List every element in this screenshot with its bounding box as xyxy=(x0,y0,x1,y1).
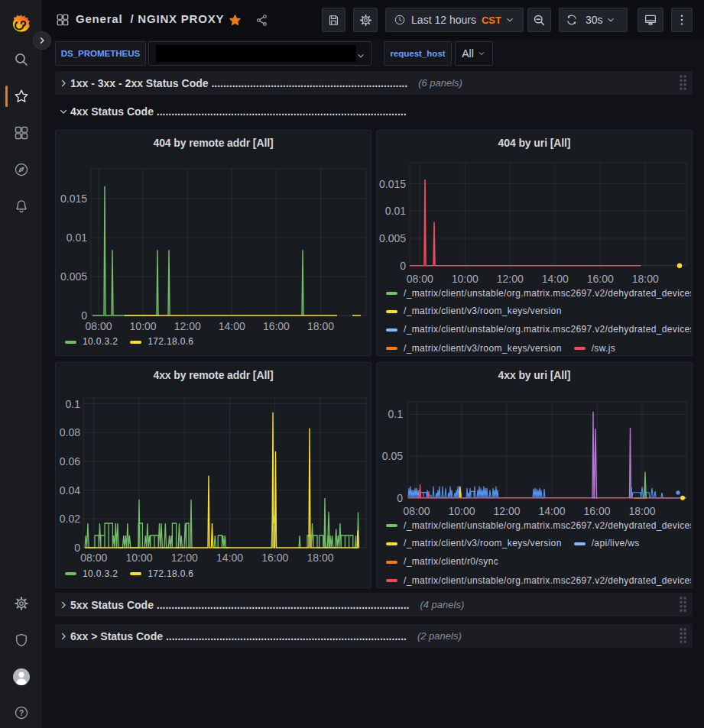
svg-text:18:00: 18:00 xyxy=(307,552,333,564)
svg-text:0.06: 0.06 xyxy=(60,455,80,468)
svg-text:18:00: 18:00 xyxy=(628,505,655,517)
svg-text:10:00: 10:00 xyxy=(130,320,157,332)
svg-text:18:00: 18:00 xyxy=(307,320,334,332)
svg-text:0.05: 0.05 xyxy=(382,450,403,462)
svg-text:16:00: 16:00 xyxy=(263,320,290,332)
svg-text:10:00: 10:00 xyxy=(448,505,475,517)
svg-text:16:00: 16:00 xyxy=(261,552,288,564)
svg-text:0.005: 0.005 xyxy=(60,270,87,283)
svg-text:0.1: 0.1 xyxy=(66,398,81,410)
svg-text:12:00: 12:00 xyxy=(171,552,198,564)
svg-text:0.005: 0.005 xyxy=(379,232,406,244)
svg-text:0.015: 0.015 xyxy=(60,193,87,205)
svg-text:0.02: 0.02 xyxy=(60,513,80,525)
svg-text:14:00: 14:00 xyxy=(216,552,243,564)
svg-text:18:00: 18:00 xyxy=(632,273,659,285)
svg-text:0: 0 xyxy=(397,492,403,504)
svg-text:?: ? xyxy=(18,709,23,717)
svg-text:10:00: 10:00 xyxy=(125,552,152,564)
svg-text:12:00: 12:00 xyxy=(174,320,201,332)
svg-text:08:00: 08:00 xyxy=(403,505,430,517)
svg-text:16:00: 16:00 xyxy=(587,273,614,285)
svg-text:08:00: 08:00 xyxy=(80,552,107,564)
svg-text:0.04: 0.04 xyxy=(60,484,80,497)
svg-text:0.01: 0.01 xyxy=(67,231,87,244)
svg-text:0.08: 0.08 xyxy=(60,426,80,438)
svg-text:14:00: 14:00 xyxy=(219,320,245,332)
svg-text:14:00: 14:00 xyxy=(542,273,569,285)
svg-text:14:00: 14:00 xyxy=(538,505,565,517)
svg-text:12:00: 12:00 xyxy=(493,505,520,517)
svg-text:12:00: 12:00 xyxy=(497,273,524,285)
svg-text:10:00: 10:00 xyxy=(452,273,479,285)
svg-text:16:00: 16:00 xyxy=(583,505,610,517)
svg-text:0: 0 xyxy=(400,260,406,272)
svg-text:08:00: 08:00 xyxy=(407,273,433,285)
svg-text:0.015: 0.015 xyxy=(379,178,406,190)
svg-text:0.1: 0.1 xyxy=(388,408,404,420)
svg-text:08:00: 08:00 xyxy=(85,320,112,332)
svg-text:0.01: 0.01 xyxy=(385,205,406,217)
svg-text:0: 0 xyxy=(74,542,80,554)
